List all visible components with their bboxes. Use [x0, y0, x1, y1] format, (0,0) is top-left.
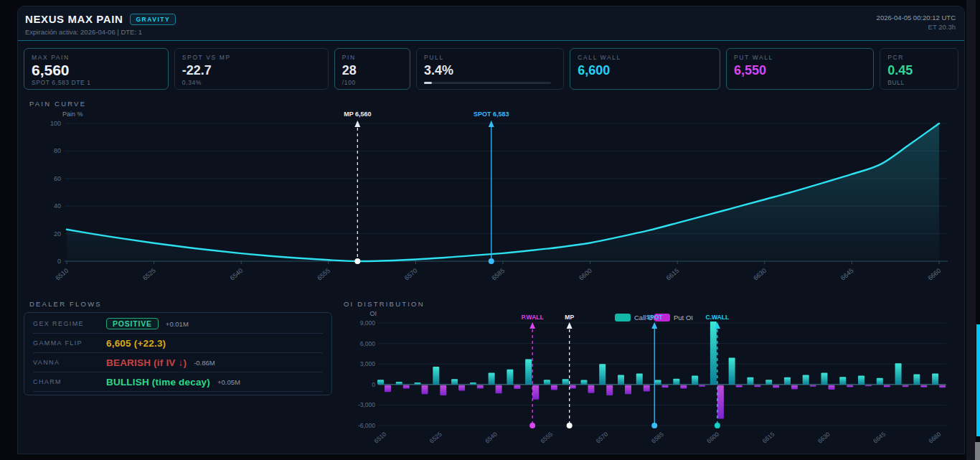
flow-label: GAMMA FLIP — [33, 339, 99, 347]
kpi-sub: /100 — [342, 79, 402, 86]
put-oi-bar — [828, 385, 834, 390]
put-oi-bar — [865, 385, 872, 386]
pain-marker-dot — [489, 258, 494, 264]
pain-marker-dot — [354, 258, 360, 264]
kpi-card-pin[interactable]: PIN 28 /100 — [334, 48, 410, 90]
scrollbar-track[interactable] — [966, 0, 976, 460]
call-oi-swatch — [615, 314, 631, 321]
oi-y-axis-label: OI — [369, 310, 377, 317]
call-oi-bar — [377, 380, 384, 385]
flow-row-gamma-flip[interactable]: GAMMA FLIP 6,605 (+22.3) — [33, 334, 323, 353]
oi-marker-dot — [529, 423, 535, 428]
dealer-flows-title: DEALER FLOWS — [24, 297, 332, 309]
header: NEXUS MAX PAIN GRAVITY Expiración activa… — [18, 6, 964, 41]
put-oi-bar — [514, 385, 520, 389]
oi-marker-dot — [651, 423, 657, 428]
call-oi-bar — [895, 363, 902, 385]
call-oi-bar — [932, 374, 938, 385]
pain-curve-section: PAIN CURVE Pain %02040608010065106525654… — [18, 95, 964, 293]
pain-y-tick: 80 — [54, 147, 61, 154]
put-oi-bar — [791, 385, 798, 390]
call-oi-bar — [839, 377, 846, 384]
pain-y-tick: 20 — [54, 230, 61, 238]
call-oi-bar — [396, 382, 402, 385]
call-oi-bar — [451, 379, 458, 385]
kpi-sub: SPOT 6,583 DTE 1 — [32, 79, 161, 86]
put-oi-bar — [570, 385, 576, 389]
put-oi-bar — [939, 385, 946, 388]
oi-x-tick: 6540 — [484, 431, 499, 444]
kpi-label: PIN — [342, 54, 402, 61]
call-oi-bar — [729, 358, 735, 385]
put-oi-legend-label: Put OI — [674, 314, 693, 321]
pain-x-tick: 6630 — [752, 267, 768, 282]
call-oi-bar — [655, 380, 661, 385]
put-oi-bar — [551, 385, 557, 390]
call-oi-bar — [858, 375, 864, 384]
put-oi-bar — [810, 385, 816, 387]
scrollbar-thumb[interactable] — [976, 324, 980, 436]
put-oi-bar — [625, 385, 631, 394]
oi-marker-label: MP — [565, 314, 574, 321]
flow-row-gex-regime[interactable]: GEX REGIME POSITIVE +0.01M — [33, 314, 323, 334]
expiration-subtitle: Expiración activa: 2026-04-06 | DTE: 1 — [25, 28, 176, 36]
gravity-badge[interactable]: GRAVITY — [130, 14, 176, 25]
scrollbar-corner — [975, 442, 980, 460]
kpi-card-put-wall[interactable]: PUT WALL 6,550 — [726, 48, 874, 90]
flow-row-charm[interactable]: CHARM BULLISH (time decay) +0.05M — [33, 372, 323, 392]
pain-x-tick: 6510 — [55, 267, 70, 282]
put-oi-bar — [422, 385, 428, 394]
oi-marker-dot — [715, 423, 720, 428]
call-oi-bar — [618, 375, 624, 384]
oi-y-tick: -3,000 — [358, 401, 375, 408]
pain-x-tick: 6585 — [491, 267, 507, 282]
pain-x-tick: 6525 — [141, 267, 157, 282]
put-oi-bar — [662, 385, 669, 388]
header-left: NEXUS MAX PAIN GRAVITY Expiración activa… — [25, 13, 176, 36]
call-oi-bar — [507, 370, 513, 385]
call-oi-bar — [673, 379, 679, 385]
flow-extra: +0.01M — [166, 320, 189, 328]
kpi-value: 28 — [342, 63, 402, 78]
pain-x-tick: 6570 — [403, 267, 419, 282]
oi-x-tick: 6555 — [539, 431, 554, 444]
gamma-flip-value: 6,605 (+22.3) — [106, 338, 166, 349]
oi-y-tick: 0 — [372, 381, 375, 388]
kpi-row: MAX PAIN 6,560 SPOT 6,583 DTE 1 SPOT VS … — [18, 41, 964, 95]
pain-curve-title: PAIN CURVE — [24, 97, 958, 109]
page-title: NEXUS MAX PAIN — [25, 13, 123, 25]
kpi-value: 6,550 — [734, 63, 866, 78]
kpi-label: PCR — [887, 54, 951, 61]
kpi-card-pull[interactable]: PULL 3.4% — [416, 48, 564, 90]
pain-y-tick: 0 — [57, 258, 61, 265]
timestamp-utc: 2026-04-05 00:20:12 UTC — [877, 13, 956, 22]
call-oi-bar — [913, 375, 920, 385]
pain-y-axis-label: Pain % — [62, 111, 83, 118]
kpi-card-call-wall[interactable]: CALL WALL 6,600 — [570, 48, 720, 90]
call-oi-bar — [821, 373, 827, 385]
kpi-card-pcr[interactable]: PCR 0.45 BULL — [880, 48, 958, 90]
gex-regime-badge: POSITIVE — [106, 318, 159, 329]
kpi-label: CALL WALL — [578, 54, 712, 61]
put-oi-bar — [606, 385, 613, 395]
kpi-sub: BULL — [887, 79, 951, 86]
put-oi-bar — [680, 385, 687, 389]
put-oi-bar — [458, 385, 465, 391]
pain-x-tick: 6555 — [316, 267, 331, 282]
pain-y-tick: 100 — [50, 120, 61, 127]
call-oi-bar — [803, 375, 809, 384]
pain-y-tick: 60 — [54, 175, 61, 182]
kpi-label: PUT WALL — [734, 54, 866, 61]
flow-row-vanna[interactable]: VANNA BEARISH (if IV ↓) -0.86M — [33, 353, 323, 372]
put-oi-bar — [847, 385, 853, 388]
put-oi-bar — [773, 385, 779, 388]
call-oi-bar — [580, 380, 587, 385]
kpi-card-max-pain[interactable]: MAX PAIN 6,560 SPOT 6,583 DTE 1 — [24, 48, 169, 90]
flow-label: VANNA — [33, 359, 99, 366]
call-oi-bar — [784, 377, 791, 385]
put-oi-bar — [385, 385, 391, 393]
call-oi-bar — [489, 373, 495, 385]
pain-x-tick: 6645 — [839, 267, 855, 282]
kpi-value: 6,600 — [578, 63, 712, 78]
kpi-card-spot-vs-mp[interactable]: SPOT VS MP -22.7 0.34% — [174, 48, 329, 90]
